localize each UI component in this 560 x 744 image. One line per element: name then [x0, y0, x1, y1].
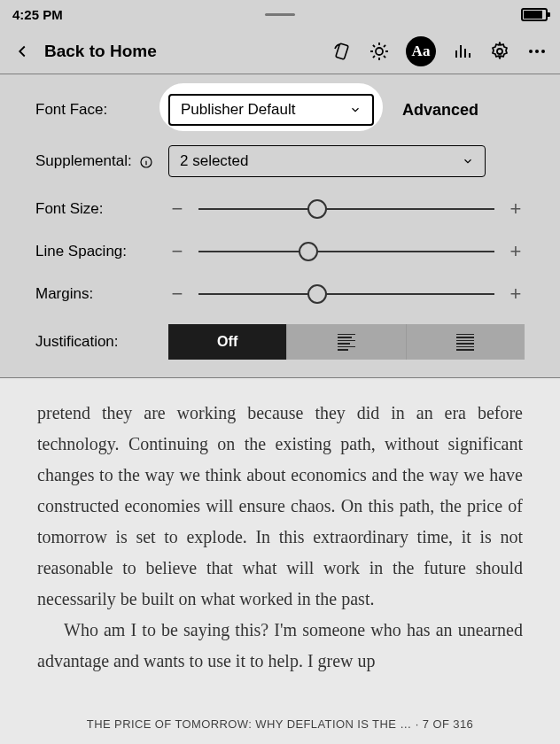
more-icon[interactable] [526, 41, 548, 62]
svg-point-2 [497, 49, 502, 54]
fontface-select[interactable]: Publisher Default [168, 94, 374, 126]
gear-icon[interactable] [489, 41, 510, 62]
margins-slider[interactable] [198, 283, 494, 305]
battery-icon [521, 8, 548, 21]
brightness-icon[interactable] [369, 41, 390, 62]
fontsize-label: Font Size: [35, 200, 168, 218]
book-paragraph: pretend they are working because they di… [37, 398, 523, 615]
fontsize-minus[interactable]: − [168, 198, 186, 221]
font-settings-panel: Font Face: Publisher Default Advanced Su… [0, 74, 560, 378]
linespacing-minus[interactable]: − [168, 240, 186, 263]
info-icon[interactable] [139, 155, 153, 169]
status-bar: 4:25 PM [0, 0, 560, 28]
svg-point-1 [376, 48, 383, 55]
fontsize-plus[interactable]: + [507, 198, 525, 221]
justification-label: Justification: [35, 333, 168, 351]
status-notch [265, 13, 295, 16]
linespacing-plus[interactable]: + [507, 240, 525, 263]
back-to-home-button[interactable]: Back to Home [44, 42, 157, 61]
fontsize-slider[interactable] [198, 198, 494, 220]
linespacing-slider[interactable] [198, 241, 494, 262]
linespacing-label: Line Spacing: [35, 243, 168, 260]
book-content[interactable]: pretend they are working because they di… [0, 378, 560, 744]
book-footer: THE PRICE OF TOMORROW: WHY DEFLATION IS … [0, 715, 560, 735]
stats-icon[interactable] [452, 41, 473, 62]
justification-off-button[interactable]: Off [168, 324, 287, 360]
fontface-value: Publisher Default [181, 101, 295, 119]
book-paragraph: Who am I to be saying this? I'm someone … [37, 615, 523, 677]
main-toolbar: Back to Home Aa [0, 28, 560, 74]
status-time: 4:25 PM [12, 7, 63, 22]
supplemental-label: Supplemental: [35, 152, 168, 170]
margins-minus[interactable]: − [168, 283, 186, 306]
svg-point-4 [535, 50, 539, 53]
margins-plus[interactable]: + [507, 283, 525, 306]
svg-point-3 [529, 50, 533, 53]
align-justify-icon [456, 334, 474, 351]
margins-label: Margins: [35, 285, 168, 303]
supplemental-value: 2 selected [180, 152, 249, 170]
chevron-down-icon [349, 104, 362, 116]
align-left-icon [338, 334, 355, 351]
rotate-icon[interactable] [331, 41, 353, 62]
font-settings-button[interactable]: Aa [406, 36, 436, 66]
advanced-button[interactable]: Advanced [402, 101, 478, 120]
justification-left-button[interactable] [287, 324, 406, 360]
justification-full-button[interactable] [407, 324, 525, 360]
chevron-down-icon [462, 155, 474, 167]
svg-point-5 [541, 50, 545, 53]
fontface-label: Font Face: [35, 101, 168, 119]
justification-group: Off [168, 324, 525, 360]
back-arrow-icon[interactable] [12, 42, 32, 61]
supplemental-select[interactable]: 2 selected [168, 145, 486, 177]
